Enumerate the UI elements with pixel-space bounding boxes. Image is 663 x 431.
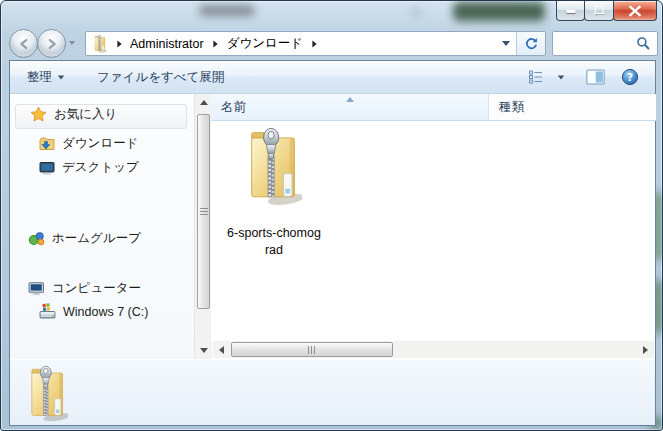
address-dropdown-button[interactable] bbox=[496, 32, 516, 55]
chevron-down-icon bbox=[58, 75, 64, 79]
maximize-button[interactable] bbox=[584, 1, 614, 21]
back-button[interactable] bbox=[9, 29, 38, 58]
arrow-right-icon bbox=[643, 346, 648, 354]
minimize-icon bbox=[566, 10, 575, 13]
sidebar-item-label: ダウンロード bbox=[62, 135, 138, 152]
scroll-left-button[interactable] bbox=[213, 341, 230, 358]
scrollbar-thumb[interactable] bbox=[231, 342, 393, 357]
views-button[interactable] bbox=[524, 66, 548, 88]
arrow-down-icon bbox=[200, 348, 208, 353]
sidebar-item-label: コンピューター bbox=[52, 280, 141, 297]
breadcrumb-separator-icon bbox=[312, 40, 316, 47]
sidebar-item-label: お気に入り bbox=[54, 106, 117, 123]
window-controls bbox=[557, 1, 657, 21]
downloads-folder-icon bbox=[39, 136, 55, 152]
help-icon: ? bbox=[621, 68, 639, 86]
magnifier-icon bbox=[636, 36, 651, 51]
file-item-label-line1: 6-sports-chomog bbox=[213, 225, 335, 242]
scroll-down-button[interactable] bbox=[195, 342, 212, 359]
details-pane bbox=[10, 359, 655, 425]
file-item-label-line2: rad bbox=[213, 242, 335, 259]
sidebar-item-homegroup[interactable]: ホームグループ bbox=[28, 230, 141, 247]
search-box bbox=[552, 31, 658, 56]
organize-label: 整理 bbox=[27, 69, 52, 86]
address-bar[interactable]: Administrator ダウンロード bbox=[85, 31, 546, 56]
svg-text:?: ? bbox=[627, 71, 633, 83]
preview-pane-button[interactable] bbox=[582, 66, 609, 88]
content-horizontal-scrollbar[interactable] bbox=[213, 341, 654, 358]
refresh-icon bbox=[524, 36, 539, 51]
homegroup-icon bbox=[28, 230, 45, 247]
sidebar-scrollbar[interactable] bbox=[194, 94, 211, 359]
column-header-type[interactable]: 種類 bbox=[489, 94, 656, 121]
breadcrumb-separator-icon bbox=[117, 40, 121, 47]
zip-folder-icon bbox=[245, 124, 302, 206]
back-arrow-icon bbox=[17, 37, 31, 51]
views-icon bbox=[528, 69, 544, 85]
sort-ascending-icon bbox=[346, 97, 354, 102]
chevron-down-icon bbox=[502, 41, 510, 46]
column-header-label: 種類 bbox=[499, 99, 524, 116]
column-header-name[interactable]: 名前 bbox=[211, 94, 489, 121]
command-bar: 整理 ファイルをすべて展開 ? bbox=[10, 61, 655, 94]
scroll-up-button[interactable] bbox=[195, 94, 212, 111]
sidebar-item-label: ホームグループ bbox=[52, 230, 141, 247]
zip-folder-icon bbox=[93, 34, 107, 53]
close-button[interactable] bbox=[613, 1, 657, 21]
chevron-down-icon bbox=[558, 75, 564, 79]
organize-button[interactable]: 整理 bbox=[20, 66, 72, 88]
file-item-label[interactable]: 6-sports-chomog rad bbox=[213, 225, 335, 259]
extract-all-button[interactable]: ファイルをすべて展開 bbox=[90, 66, 231, 88]
scrollbar-thumb[interactable] bbox=[197, 114, 210, 309]
desktop-icon bbox=[39, 160, 55, 176]
recent-pages-dropdown[interactable] bbox=[69, 41, 75, 45]
preview-pane-icon bbox=[586, 69, 605, 85]
arrow-left-icon bbox=[219, 346, 224, 354]
sidebar-item-label: デスクトップ bbox=[62, 159, 139, 176]
sidebar-item-favorites[interactable]: お気に入り bbox=[30, 106, 117, 123]
star-icon bbox=[30, 106, 47, 123]
sidebar-item-computer[interactable]: コンピューター bbox=[28, 280, 141, 297]
forward-button[interactable] bbox=[37, 29, 66, 58]
scrollbar-grip-icon bbox=[308, 346, 317, 354]
arrow-up-icon bbox=[200, 100, 208, 105]
computer-icon bbox=[28, 280, 45, 297]
chevron-down-icon bbox=[69, 41, 75, 45]
sidebar-item-windows-drive[interactable]: Windows 7 (C:) bbox=[39, 303, 148, 320]
scrollbar-grip-icon bbox=[200, 208, 208, 216]
breadcrumb-segment[interactable]: ダウンロード bbox=[225, 35, 305, 52]
forward-arrow-icon bbox=[45, 37, 59, 51]
close-icon bbox=[628, 5, 642, 17]
sidebar-item-desktop[interactable]: デスクトップ bbox=[39, 159, 139, 176]
minimize-button[interactable] bbox=[556, 1, 585, 21]
windows-drive-icon bbox=[39, 303, 56, 320]
refresh-button[interactable] bbox=[516, 32, 545, 55]
zip-folder-icon bbox=[27, 363, 68, 422]
extract-all-label: ファイルをすべて展開 bbox=[97, 69, 224, 86]
sidebar-item-label: Windows 7 (C:) bbox=[63, 305, 148, 319]
maximize-icon bbox=[595, 6, 604, 14]
breadcrumb-segment[interactable]: Administrator bbox=[128, 37, 206, 51]
column-header-label: 名前 bbox=[221, 99, 246, 116]
search-input[interactable] bbox=[553, 35, 636, 53]
scroll-right-button[interactable] bbox=[637, 341, 654, 358]
sidebar-item-downloads[interactable]: ダウンロード bbox=[39, 135, 138, 152]
breadcrumb-separator-icon bbox=[213, 40, 217, 47]
explorer-window: Administrator ダウンロード 整理 ファイルをすべて展開 bbox=[0, 0, 663, 431]
views-dropdown-button[interactable] bbox=[553, 66, 569, 88]
help-button[interactable]: ? bbox=[617, 66, 643, 88]
